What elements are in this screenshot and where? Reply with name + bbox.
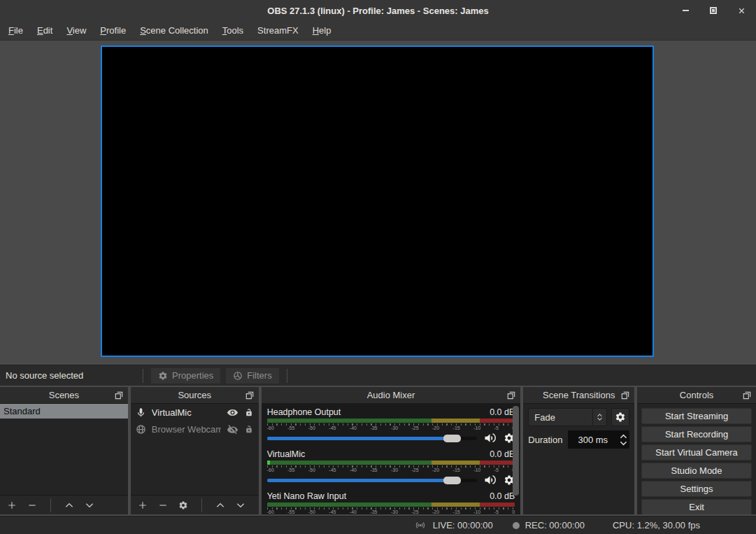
meter-tick-label: -5 — [494, 426, 499, 430]
sources-list: VirtualMic Browser Webcam — [131, 404, 259, 495]
source-row-browser-webcam[interactable]: Browser Webcam — [131, 421, 259, 437]
meter-tick-label: -20 — [432, 468, 439, 472]
channel-db-value: 0.0 dB — [490, 449, 515, 459]
menu-tools[interactable]: Tools — [215, 22, 250, 38]
scenes-panel: Scenes Standard — [0, 387, 128, 514]
minimize-button[interactable] — [679, 4, 692, 17]
toolbar-divider — [201, 498, 202, 512]
meter-tick-label: -35 — [370, 426, 377, 430]
menu-streamfx[interactable]: StreamFX — [250, 22, 306, 38]
lock-icon[interactable] — [244, 423, 254, 435]
eye-off-icon[interactable] — [227, 423, 238, 435]
scene-move-down-button[interactable] — [85, 500, 94, 510]
toolbar-divider — [287, 369, 287, 383]
meter-tick-label: -55 — [287, 468, 294, 472]
menu-file[interactable]: File — [1, 22, 30, 38]
mixer-scrollbar[interactable] — [513, 406, 519, 496]
slider-handle[interactable] — [443, 435, 461, 442]
meter-tick-label: -55 — [287, 510, 294, 514]
rec-time: REC: 00:00:00 — [525, 520, 585, 531]
volume-meter — [267, 503, 515, 507]
status-bar: LIVE: 00:00:00 REC: 00:00:00 CPU: 1.2%, … — [0, 516, 756, 534]
popout-icon[interactable] — [620, 391, 630, 400]
sources-header: Sources — [131, 387, 259, 404]
eye-icon[interactable] — [227, 407, 238, 419]
scene-item-standard[interactable]: Standard — [0, 404, 128, 419]
controls-panel: Controls Start Streaming Start Recording… — [637, 387, 756, 514]
start-streaming-button[interactable]: Start Streaming — [641, 408, 752, 424]
spin-down-button[interactable] — [620, 441, 627, 446]
scenes-toolbar — [0, 495, 128, 514]
scene-move-up-button[interactable] — [64, 500, 74, 510]
menu-edit[interactable]: Edit — [30, 22, 59, 38]
source-move-up-button[interactable] — [215, 500, 225, 510]
source-row-virtualmic[interactable]: VirtualMic — [131, 404, 259, 421]
popout-icon[interactable] — [114, 391, 124, 400]
menu-scene-collection[interactable]: Scene Collection — [133, 22, 215, 38]
start-virtual-camera-button[interactable]: Start Virtual Camera — [641, 444, 752, 461]
sources-title: Sources — [178, 390, 211, 400]
preview-canvas[interactable] — [101, 45, 654, 357]
menu-help[interactable]: Help — [306, 22, 338, 38]
window-controls — [679, 0, 748, 21]
add-scene-button[interactable] — [7, 500, 17, 510]
controls-header: Controls — [637, 387, 756, 404]
filters-button[interactable]: Filters — [225, 367, 279, 384]
spin-up-button[interactable] — [620, 434, 627, 439]
mixer-channel-yeti-nano: Yeti Nano Raw Input 0.0 dB -60-55-50-45-… — [267, 491, 515, 514]
meter-tick-label: -55 — [287, 426, 294, 430]
remove-scene-button[interactable] — [27, 500, 37, 510]
add-source-button[interactable] — [138, 500, 148, 510]
speaker-icon[interactable] — [483, 431, 497, 445]
popout-icon[interactable] — [506, 391, 516, 400]
obs-window: OBS 27.1.3 (linux) - Profile: James - Sc… — [0, 0, 756, 534]
meter-tick-label: -50 — [308, 468, 315, 472]
studio-mode-button[interactable]: Studio Mode — [641, 463, 752, 479]
duration-label: Duration — [528, 435, 562, 445]
chevron-down-icon — [597, 417, 603, 421]
maximize-button[interactable] — [707, 4, 720, 17]
source-properties-button[interactable] — [178, 500, 188, 510]
transition-properties-button[interactable] — [611, 408, 629, 426]
volume-slider[interactable] — [267, 477, 478, 484]
meter-tick-label: -25 — [411, 426, 418, 430]
duration-value: 300 ms — [568, 435, 618, 445]
exit-button[interactable]: Exit — [641, 499, 752, 514]
start-recording-button[interactable]: Start Recording — [641, 426, 752, 442]
meter-tick-label: -30 — [391, 426, 398, 430]
spinbox-arrows — [618, 430, 629, 449]
scene-transitions-header: Scene Transitions — [523, 387, 634, 404]
properties-button[interactable]: Properties — [150, 367, 221, 384]
settings-button[interactable]: Settings — [641, 481, 752, 497]
remove-source-button[interactable] — [158, 500, 168, 510]
sources-panel: Sources VirtualMic Browser Webcam — [131, 387, 259, 514]
audio-mixer-panel: Audio Mixer Headphone Output 0.0 dB -60-… — [262, 387, 521, 514]
scene-transitions-title: Scene Transitions — [543, 390, 615, 400]
close-button[interactable] — [735, 4, 748, 17]
slider-handle[interactable] — [443, 477, 461, 484]
menu-bar: File Edit View Profile Scene Collection … — [0, 21, 756, 41]
speaker-icon[interactable] — [483, 473, 497, 487]
lock-icon[interactable] — [244, 407, 254, 419]
toolbar-divider — [143, 369, 143, 383]
mixer-channel-headphone-output: Headphone Output 0.0 dB -60-55-50-45-40-… — [267, 407, 515, 444]
audio-mixer-body: Headphone Output 0.0 dB -60-55-50-45-40-… — [262, 404, 521, 514]
controls-body: Start Streaming Start Recording Start Vi… — [637, 404, 756, 514]
menu-profile[interactable]: Profile — [93, 22, 133, 38]
volume-slider[interactable] — [267, 435, 478, 442]
duration-spinbox[interactable]: 300 ms — [568, 430, 629, 449]
scene-transitions-panel: Scene Transitions Fade — [523, 387, 634, 514]
window-title: OBS 27.1.3 (linux) - Profile: James - Sc… — [267, 6, 488, 16]
controls-title: Controls — [680, 390, 713, 400]
meter-tick-label: -45 — [329, 468, 336, 472]
meter-tick-label: -5 — [494, 510, 499, 514]
microphone-icon — [136, 407, 146, 418]
popout-icon[interactable] — [742, 391, 752, 400]
source-move-down-button[interactable] — [236, 500, 245, 510]
source-name: VirtualMic — [152, 407, 221, 418]
transition-select[interactable]: Fade — [528, 408, 607, 426]
channel-db-value: 0.0 dB — [490, 491, 515, 501]
menu-view[interactable]: View — [59, 22, 93, 38]
transition-selected-value: Fade — [529, 412, 592, 423]
popout-icon[interactable] — [245, 391, 255, 400]
